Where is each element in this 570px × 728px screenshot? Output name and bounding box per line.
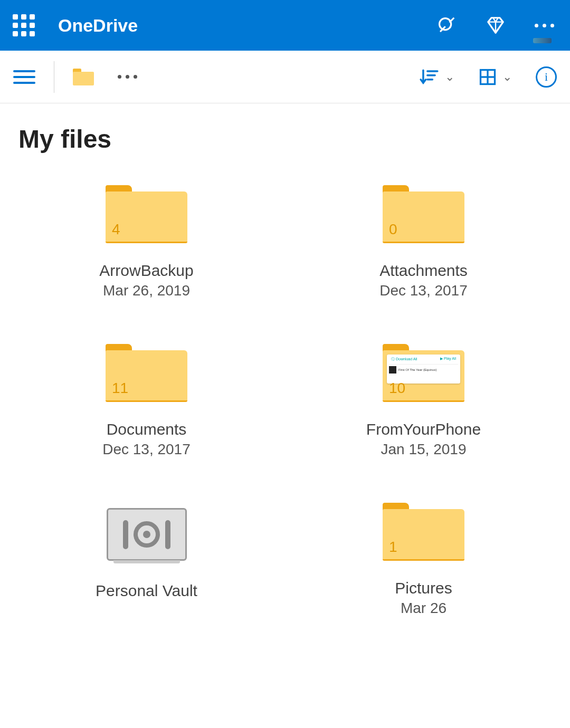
item-name: Documents [107, 420, 187, 438]
folder-item-fromyourphone[interactable]: ⓘ Download All ▶ Play All First Of The Y… [296, 344, 552, 458]
folder-icon: 11 [106, 344, 187, 402]
item-date: Mar 26 [401, 600, 446, 617]
view-toggle-button[interactable]: ⌄ [478, 68, 512, 87]
hamburger-menu-icon[interactable] [13, 70, 35, 84]
search-icon[interactable] [436, 15, 457, 35]
chevron-down-icon: ⌄ [502, 70, 512, 84]
folder-icon: ⓘ Download All ▶ Play All First Of The Y… [383, 344, 464, 402]
more-options-icon[interactable] [535, 24, 554, 27]
item-date: Jan 15, 2019 [381, 441, 467, 458]
item-name: ArrowBackup [99, 262, 193, 280]
item-name: Personal Vault [96, 582, 197, 600]
app-header: OneDrive [0, 0, 570, 51]
new-folder-icon[interactable] [73, 69, 94, 85]
folder-icon: 1 [383, 503, 464, 561]
folder-item-arrowbackup[interactable]: 4 ArrowBackup Mar 26, 2019 [18, 185, 274, 299]
folder-item-personal-vault[interactable]: Personal Vault [18, 503, 274, 617]
folder-item-pictures[interactable]: 1 Pictures Mar 26 [296, 503, 552, 617]
item-date: Dec 13, 2017 [379, 282, 468, 299]
content-area: My files 4 ArrowBackup Mar 26, 2019 0 At… [0, 103, 570, 638]
chevron-down-icon: ⌄ [445, 70, 454, 84]
item-name: Attachments [379, 262, 468, 280]
page-title: My files [18, 124, 552, 154]
sort-button[interactable]: ⌄ [419, 67, 454, 87]
svg-point-0 [440, 18, 451, 30]
folder-icon: 0 [383, 185, 464, 243]
folder-item-documents[interactable]: 11 Documents Dec 13, 2017 [18, 344, 274, 458]
app-launcher-icon[interactable] [11, 12, 37, 39]
item-date: Mar 26, 2019 [103, 282, 190, 299]
folder-icon: 4 [106, 185, 187, 243]
account-avatar[interactable] [533, 38, 552, 43]
toolbar-divider [54, 61, 54, 93]
toolbar-more-icon[interactable] [118, 75, 137, 79]
info-icon[interactable]: i [536, 66, 557, 88]
item-name: FromYourPhone [366, 420, 481, 438]
file-grid: 4 ArrowBackup Mar 26, 2019 0 Attachments… [18, 185, 552, 617]
command-toolbar: ⌄ ⌄ i [0, 51, 570, 103]
folder-preview-thumbnail: ⓘ Download All ▶ Play All First Of The Y… [387, 355, 460, 384]
folder-item-attachments[interactable]: 0 Attachments Dec 13, 2017 [296, 185, 552, 299]
item-date: Dec 13, 2017 [102, 441, 191, 458]
vault-icon [107, 508, 187, 561]
app-title: OneDrive [58, 15, 436, 36]
premium-diamond-icon[interactable] [486, 15, 506, 35]
item-name: Pictures [395, 579, 452, 597]
